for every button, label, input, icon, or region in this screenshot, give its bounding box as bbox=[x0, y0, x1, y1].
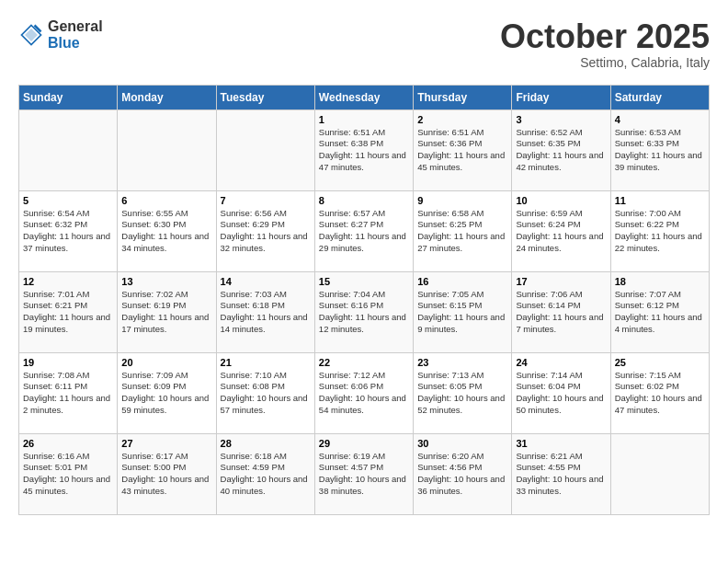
day-number: 3 bbox=[516, 114, 606, 125]
calendar-cell: 23Sunrise: 7:13 AMSunset: 6:05 PMDayligh… bbox=[414, 352, 512, 433]
day-info: Sunrise: 6:58 AMSunset: 6:25 PMDaylight:… bbox=[417, 208, 507, 255]
day-number: 25 bbox=[615, 357, 705, 368]
calendar-cell: 18Sunrise: 7:07 AMSunset: 6:12 PMDayligh… bbox=[610, 271, 709, 352]
day-info: Sunrise: 6:18 AMSunset: 4:59 PMDaylight:… bbox=[221, 451, 311, 498]
day-info: Sunrise: 7:14 AMSunset: 6:04 PMDaylight:… bbox=[516, 370, 606, 417]
day-info: Sunrise: 6:51 AMSunset: 6:38 PMDaylight:… bbox=[319, 127, 409, 174]
calendar-cell: 19Sunrise: 7:08 AMSunset: 6:11 PMDayligh… bbox=[19, 352, 118, 433]
day-number: 22 bbox=[319, 357, 409, 368]
day-number: 24 bbox=[516, 357, 606, 368]
calendar-cell: 3Sunrise: 6:52 AMSunset: 6:35 PMDaylight… bbox=[512, 109, 610, 190]
calendar-week-row: 19Sunrise: 7:08 AMSunset: 6:11 PMDayligh… bbox=[19, 352, 710, 433]
day-info: Sunrise: 7:07 AMSunset: 6:12 PMDaylight:… bbox=[615, 289, 705, 336]
calendar-cell: 16Sunrise: 7:05 AMSunset: 6:15 PMDayligh… bbox=[414, 271, 512, 352]
calendar-cell: 15Sunrise: 7:04 AMSunset: 6:16 PMDayligh… bbox=[314, 271, 413, 352]
day-info: Sunrise: 7:04 AMSunset: 6:16 PMDaylight:… bbox=[319, 289, 409, 336]
logo-general-text: General bbox=[48, 18, 103, 35]
calendar-cell: 22Sunrise: 7:12 AMSunset: 6:06 PMDayligh… bbox=[314, 352, 413, 433]
calendar-cell: 12Sunrise: 7:01 AMSunset: 6:21 PMDayligh… bbox=[19, 271, 118, 352]
calendar-cell: 28Sunrise: 6:18 AMSunset: 4:59 PMDayligh… bbox=[216, 433, 314, 514]
calendar-cell: 1Sunrise: 6:51 AMSunset: 6:38 PMDaylight… bbox=[314, 109, 413, 190]
calendar-cell: 29Sunrise: 6:19 AMSunset: 4:57 PMDayligh… bbox=[314, 433, 413, 514]
calendar-week-row: 1Sunrise: 6:51 AMSunset: 6:38 PMDaylight… bbox=[19, 109, 710, 190]
day-info: Sunrise: 6:57 AMSunset: 6:27 PMDaylight:… bbox=[319, 208, 409, 255]
day-info: Sunrise: 6:59 AMSunset: 6:24 PMDaylight:… bbox=[516, 208, 606, 255]
calendar-cell: 21Sunrise: 7:10 AMSunset: 6:08 PMDayligh… bbox=[216, 352, 314, 433]
calendar-cell: 20Sunrise: 7:09 AMSunset: 6:09 PMDayligh… bbox=[118, 352, 216, 433]
calendar-table: SundayMondayTuesdayWednesdayThursdayFrid… bbox=[18, 85, 710, 515]
day-number: 5 bbox=[23, 195, 113, 206]
day-of-week-header: Monday bbox=[118, 85, 216, 109]
day-info: Sunrise: 6:56 AMSunset: 6:29 PMDaylight:… bbox=[221, 208, 311, 255]
day-info: Sunrise: 7:12 AMSunset: 6:06 PMDaylight:… bbox=[319, 370, 409, 417]
day-of-week-header: Tuesday bbox=[216, 85, 314, 109]
day-of-week-header: Saturday bbox=[610, 85, 709, 109]
logo-text: General Blue bbox=[48, 18, 103, 51]
calendar-cell: 14Sunrise: 7:03 AMSunset: 6:18 PMDayligh… bbox=[216, 271, 314, 352]
day-number: 7 bbox=[221, 195, 311, 206]
logo: General Blue bbox=[18, 18, 103, 51]
day-info: Sunrise: 7:06 AMSunset: 6:14 PMDaylight:… bbox=[516, 289, 606, 336]
day-info: Sunrise: 7:03 AMSunset: 6:18 PMDaylight:… bbox=[221, 289, 311, 336]
day-number: 17 bbox=[516, 276, 606, 287]
day-number: 12 bbox=[23, 276, 113, 287]
day-number: 8 bbox=[319, 195, 409, 206]
calendar-cell: 10Sunrise: 6:59 AMSunset: 6:24 PMDayligh… bbox=[512, 190, 610, 271]
day-info: Sunrise: 7:00 AMSunset: 6:22 PMDaylight:… bbox=[615, 208, 705, 255]
day-info: Sunrise: 7:05 AMSunset: 6:15 PMDaylight:… bbox=[417, 289, 507, 336]
calendar-cell bbox=[216, 109, 314, 190]
day-info: Sunrise: 7:10 AMSunset: 6:08 PMDaylight:… bbox=[221, 370, 311, 417]
day-of-week-header: Thursday bbox=[414, 85, 512, 109]
day-number: 1 bbox=[319, 114, 409, 125]
location: Settimo, Calabria, Italy bbox=[500, 55, 710, 70]
calendar-cell: 30Sunrise: 6:20 AMSunset: 4:56 PMDayligh… bbox=[414, 433, 512, 514]
day-info: Sunrise: 6:51 AMSunset: 6:36 PMDaylight:… bbox=[417, 127, 507, 174]
calendar-cell: 6Sunrise: 6:55 AMSunset: 6:30 PMDaylight… bbox=[118, 190, 216, 271]
day-number: 29 bbox=[319, 438, 409, 449]
calendar-cell: 24Sunrise: 7:14 AMSunset: 6:04 PMDayligh… bbox=[512, 352, 610, 433]
day-info: Sunrise: 6:20 AMSunset: 4:56 PMDaylight:… bbox=[417, 451, 507, 498]
day-number: 15 bbox=[319, 276, 409, 287]
month-title: October 2025 bbox=[500, 18, 710, 55]
calendar-cell: 11Sunrise: 7:00 AMSunset: 6:22 PMDayligh… bbox=[610, 190, 709, 271]
day-info: Sunrise: 6:55 AMSunset: 6:30 PMDaylight:… bbox=[121, 208, 211, 255]
title-block: October 2025 Settimo, Calabria, Italy bbox=[500, 18, 710, 70]
calendar-cell bbox=[610, 433, 709, 514]
calendar-cell: 26Sunrise: 6:16 AMSunset: 5:01 PMDayligh… bbox=[19, 433, 118, 514]
day-info: Sunrise: 6:21 AMSunset: 4:55 PMDaylight:… bbox=[516, 451, 606, 498]
day-number: 2 bbox=[417, 114, 507, 125]
calendar-week-row: 12Sunrise: 7:01 AMSunset: 6:21 PMDayligh… bbox=[19, 271, 710, 352]
day-number: 4 bbox=[615, 114, 705, 125]
calendar-cell: 2Sunrise: 6:51 AMSunset: 6:36 PMDaylight… bbox=[414, 109, 512, 190]
calendar-week-row: 5Sunrise: 6:54 AMSunset: 6:32 PMDaylight… bbox=[19, 190, 710, 271]
calendar-cell bbox=[118, 109, 216, 190]
calendar-cell: 27Sunrise: 6:17 AMSunset: 5:00 PMDayligh… bbox=[118, 433, 216, 514]
day-number: 16 bbox=[417, 276, 507, 287]
day-number: 11 bbox=[615, 195, 705, 206]
day-number: 27 bbox=[121, 438, 211, 449]
day-info: Sunrise: 7:15 AMSunset: 6:02 PMDaylight:… bbox=[615, 370, 705, 417]
day-info: Sunrise: 6:16 AMSunset: 5:01 PMDaylight:… bbox=[23, 451, 113, 498]
day-info: Sunrise: 6:52 AMSunset: 6:35 PMDaylight:… bbox=[516, 127, 606, 174]
day-number: 20 bbox=[121, 357, 211, 368]
calendar-cell: 13Sunrise: 7:02 AMSunset: 6:19 PMDayligh… bbox=[118, 271, 216, 352]
calendar-cell: 9Sunrise: 6:58 AMSunset: 6:25 PMDaylight… bbox=[414, 190, 512, 271]
calendar-cell: 17Sunrise: 7:06 AMSunset: 6:14 PMDayligh… bbox=[512, 271, 610, 352]
day-info: Sunrise: 7:13 AMSunset: 6:05 PMDaylight:… bbox=[417, 370, 507, 417]
day-of-week-header: Sunday bbox=[19, 85, 118, 109]
logo-blue-text: Blue bbox=[48, 35, 103, 52]
day-number: 28 bbox=[221, 438, 311, 449]
day-info: Sunrise: 7:02 AMSunset: 6:19 PMDaylight:… bbox=[121, 289, 211, 336]
day-info: Sunrise: 7:01 AMSunset: 6:21 PMDaylight:… bbox=[23, 289, 113, 336]
day-number: 18 bbox=[615, 276, 705, 287]
day-number: 13 bbox=[121, 276, 211, 287]
calendar-cell: 4Sunrise: 6:53 AMSunset: 6:33 PMDaylight… bbox=[610, 109, 709, 190]
day-number: 14 bbox=[221, 276, 311, 287]
calendar-cell bbox=[19, 109, 118, 190]
day-info: Sunrise: 6:19 AMSunset: 4:57 PMDaylight:… bbox=[319, 451, 409, 498]
calendar-header-row: SundayMondayTuesdayWednesdayThursdayFrid… bbox=[19, 85, 710, 109]
day-number: 26 bbox=[23, 438, 113, 449]
day-of-week-header: Friday bbox=[512, 85, 610, 109]
calendar-cell: 25Sunrise: 7:15 AMSunset: 6:02 PMDayligh… bbox=[610, 352, 709, 433]
day-number: 6 bbox=[121, 195, 211, 206]
